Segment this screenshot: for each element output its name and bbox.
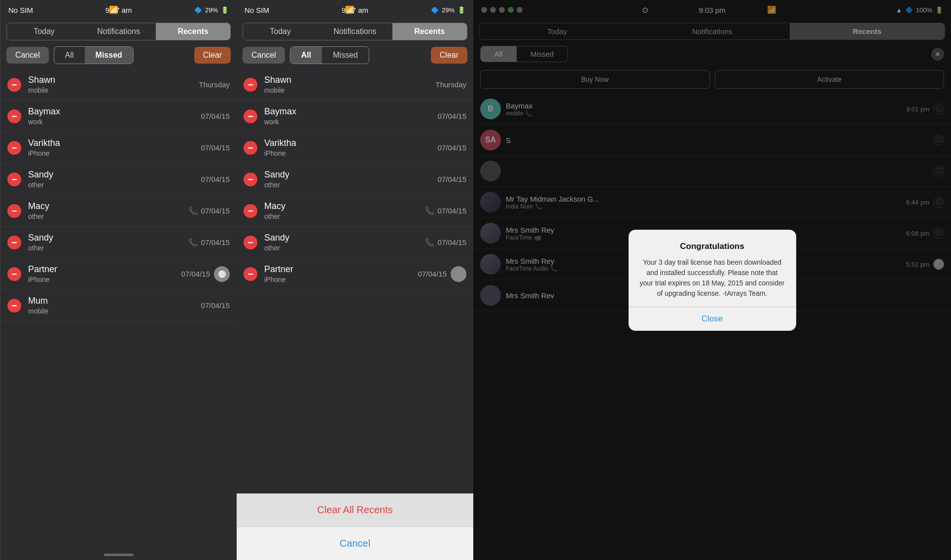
modal-body: Congratulations Your 3 day trail license… (629, 230, 796, 307)
cancel-button-1[interactable]: Cancel (6, 47, 49, 64)
contact-type: mobile (264, 86, 435, 94)
table-row: − Mum mobile 07/04/15 (0, 290, 237, 321)
status-bar-2: No SIM 📶 9:47 am 🔷 29% 🔋 (237, 0, 473, 20)
clear-all-recents-button[interactable]: Clear All Recents (237, 493, 473, 526)
delete-minus-btn[interactable]: − (244, 78, 257, 92)
contact-info: Mum mobile (28, 296, 201, 315)
swipe-delete-btn[interactable]: ⚪ (214, 266, 230, 282)
table-row: − Shawn mobile Thursday (237, 69, 473, 101)
filter-missed-2[interactable]: Missed (322, 47, 369, 64)
modal-close-button[interactable]: Close (629, 307, 796, 331)
battery-pct-2: 29% (442, 6, 455, 14)
contact-name: Macy (264, 201, 425, 211)
contact-info: Macy other (28, 201, 188, 220)
tab-notifications-1[interactable]: Notifications (81, 23, 156, 40)
contact-name: Partner (264, 264, 418, 275)
delete-minus-btn[interactable]: − (244, 236, 257, 249)
contact-info: Sandy other (28, 170, 201, 189)
contact-name: Baymax (28, 106, 201, 117)
contact-info: Baymax work (28, 106, 201, 126)
tab-today-2[interactable]: Today (243, 23, 317, 40)
filter-all-1[interactable]: All (54, 47, 85, 64)
contact-type: work (28, 118, 201, 126)
filter-all-2[interactable]: All (290, 47, 322, 64)
contact-list-1: − Shawn mobile Thursday − Baymax work 07… (0, 69, 237, 550)
contact-date: 07/04/15 (438, 143, 466, 152)
contact-name: Variktha (264, 138, 438, 148)
contact-date: Thursday (435, 80, 466, 89)
congratulations-modal: Congratulations Your 3 day trail license… (629, 230, 796, 331)
overlay-cancel-button[interactable]: Cancel (237, 526, 473, 560)
contact-info: Sandy other (264, 170, 438, 189)
delete-minus-btn[interactable]: − (7, 204, 21, 218)
contact-name: Macy (28, 201, 188, 211)
tab-notifications-2[interactable]: Notifications (317, 23, 392, 40)
contact-name: Mum (28, 296, 201, 306)
contact-type: work (264, 118, 438, 126)
bluetooth-icon-1: 🔷 (194, 6, 202, 14)
contact-date: 07/04/15 (418, 270, 447, 278)
delete-minus-btn[interactable]: − (7, 299, 21, 313)
table-row: − Baymax work 07/04/15 (0, 101, 237, 132)
table-row: − Partner iPhone 07/04/15 (237, 258, 473, 290)
cancel-button-2[interactable]: Cancel (243, 47, 285, 64)
contact-name: Partner (28, 264, 181, 275)
contact-type: iPhone (28, 276, 181, 283)
carrier-1: No SIM (8, 6, 33, 14)
filter-group-2: All Missed (290, 46, 369, 64)
contact-name: Sandy (28, 170, 201, 180)
contact-type: iPhone (264, 149, 438, 157)
modal-title: Congratulations (639, 242, 785, 251)
tab-today-1[interactable]: Today (7, 23, 81, 40)
delete-minus-btn[interactable]: − (7, 236, 21, 249)
panel-1: No SIM 📶 9:47 am 🔷 29% 🔋 Today Notificat… (0, 0, 237, 560)
panel-2: No SIM 📶 9:47 am 🔷 29% 🔋 Today Notificat… (237, 0, 473, 560)
delete-minus-btn[interactable]: − (244, 204, 257, 218)
tab-recents-1[interactable]: Recents (156, 23, 230, 40)
action-sheet-overlay: Clear All Recents Cancel (237, 493, 473, 560)
time-1: 9:47 am (105, 6, 132, 14)
table-row: − Variktha iPhone 07/04/15 (0, 132, 237, 164)
contact-type: mobile (28, 86, 199, 94)
battery-icon-2: 🔋 (458, 6, 465, 14)
contact-type: other (264, 181, 438, 189)
clear-button-1[interactable]: Clear (194, 47, 231, 64)
delete-minus-btn[interactable]: − (7, 267, 21, 281)
delete-minus-btn[interactable]: − (7, 78, 21, 92)
call-icon: 📞 (425, 238, 435, 247)
contact-info: Macy other (264, 201, 425, 220)
tab-recents-2[interactable]: Recents (392, 23, 467, 40)
call-icon: 📞 (425, 206, 435, 215)
filter-row-1: Cancel All Missed Clear (0, 44, 237, 69)
contact-date: Thursday (199, 80, 230, 89)
contact-info: Sandy other (264, 233, 425, 252)
table-row: − Macy other 📞 07/04/15 (237, 195, 473, 227)
clear-button-2[interactable]: Clear (431, 47, 467, 64)
delete-minus-btn[interactable]: − (244, 141, 257, 155)
contact-info: Baymax work (264, 106, 438, 126)
contact-meta: 📞 07/04/15 (425, 238, 466, 247)
table-row: − Shawn mobile Thursday (0, 69, 237, 101)
modal-overlay: Congratulations Your 3 day trail license… (473, 0, 951, 560)
filter-row-2: Cancel All Missed Clear (237, 44, 473, 69)
table-row: − Sandy other 📞 07/04/15 (0, 227, 237, 258)
delete-minus-btn[interactable]: − (7, 109, 21, 123)
delete-minus-btn[interactable]: − (244, 173, 257, 186)
filter-missed-1[interactable]: Missed (85, 47, 133, 64)
contact-date: 07/04/15 (438, 238, 466, 246)
delete-minus-btn[interactable]: − (7, 173, 21, 186)
contact-type: mobile (28, 307, 201, 315)
battery-icon-1: 🔋 (221, 6, 229, 14)
delete-minus-btn[interactable]: − (7, 141, 21, 155)
delete-minus-btn[interactable]: − (244, 109, 257, 123)
contact-meta: 📞 07/04/15 (188, 206, 230, 215)
contact-date: 07/04/15 (438, 175, 466, 183)
contact-type: other (28, 244, 188, 252)
contact-name: Sandy (264, 170, 438, 180)
delete-minus-btn[interactable]: − (244, 267, 257, 281)
swipe-delete-btn[interactable] (451, 266, 466, 282)
contact-date: 07/04/15 (201, 143, 230, 152)
contact-date: 07/04/15 (201, 238, 230, 246)
contact-type: iPhone (28, 149, 201, 157)
table-row: − Partner iPhone 07/04/15 ⚪ (0, 258, 237, 290)
